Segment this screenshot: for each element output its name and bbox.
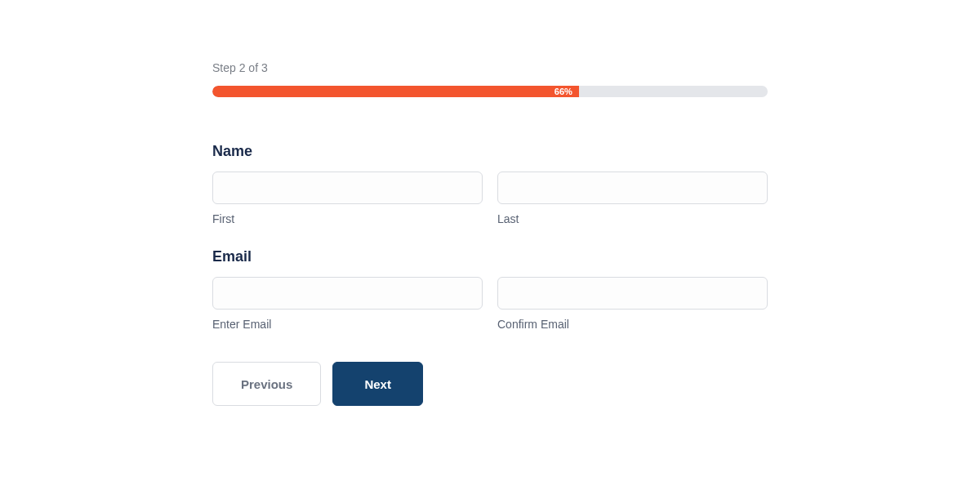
progress-fill: 66% (212, 86, 579, 97)
name-section: Name First Last (212, 143, 768, 225)
email-row: Enter Email Confirm Email (212, 277, 768, 331)
form-content: Step 2 of 3 66% Name First Last Email (212, 61, 768, 406)
enter-email-input[interactable] (212, 277, 483, 310)
first-name-label: First (212, 212, 483, 225)
last-name-input[interactable] (497, 172, 768, 204)
previous-button[interactable]: Previous (212, 362, 321, 406)
email-section: Email Enter Email Confirm Email (212, 248, 768, 331)
confirm-email-col: Confirm Email (497, 277, 768, 331)
enter-email-label: Enter Email (212, 318, 483, 331)
step-label: Step 2 of 3 (212, 61, 768, 74)
name-row: First Last (212, 172, 768, 225)
name-title: Name (212, 143, 768, 160)
confirm-email-input[interactable] (497, 277, 768, 310)
first-name-input[interactable] (212, 172, 483, 204)
last-name-col: Last (497, 172, 768, 225)
last-name-label: Last (497, 212, 768, 225)
next-button[interactable]: Next (332, 362, 423, 406)
form-page: Step 2 of 3 66% Name First Last Email (0, 0, 980, 490)
email-title: Email (212, 248, 768, 265)
progress-bar: 66% (212, 86, 768, 97)
first-name-col: First (212, 172, 483, 225)
confirm-email-label: Confirm Email (497, 318, 768, 331)
progress-percent: 66% (555, 87, 572, 96)
button-row: Previous Next (212, 362, 768, 406)
enter-email-col: Enter Email (212, 277, 483, 331)
